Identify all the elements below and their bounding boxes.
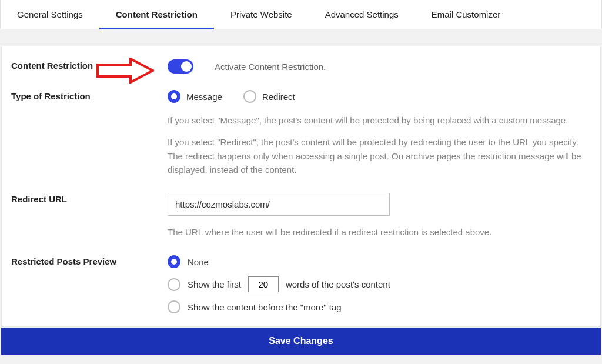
label-content-restriction: Content Restriction [11, 59, 168, 71]
radio-preview-none[interactable]: None [168, 255, 591, 268]
radio-icon [168, 300, 180, 313]
tab-private-website[interactable]: Private Website [214, 0, 309, 29]
row-restricted-posts-preview: Restricted Posts Preview None Show the f… [11, 255, 591, 313]
tab-email-customizer[interactable]: Email Customizer [415, 0, 517, 29]
toggle-desc: Activate Content Restriction. [215, 62, 326, 72]
toggle-activate-content-restriction[interactable] [168, 59, 193, 74]
type-help-1: If you select "Message", the post's cont… [168, 113, 591, 127]
save-changes-button[interactable]: Save Changes [1, 328, 601, 355]
radio-redirect[interactable]: Redirect [243, 90, 295, 103]
label-redirect-url: Redirect URL [11, 193, 168, 204]
preview-first-pre: Show the first [188, 279, 241, 289]
tab-advanced-settings[interactable]: Advanced Settings [309, 0, 415, 29]
radio-icon [243, 90, 256, 103]
preview-first-post: words of the post's content [286, 279, 390, 289]
radio-none-label: None [188, 257, 209, 267]
input-preview-word-count[interactable] [248, 276, 279, 292]
redirect-help: The URL where the user will be redirecte… [168, 225, 591, 239]
radio-icon [168, 278, 180, 291]
tabs-bar: General Settings Content Restriction Pri… [0, 0, 602, 29]
radio-preview-first-words[interactable]: Show the first words of the post's conte… [168, 276, 591, 292]
radio-icon [168, 255, 180, 268]
type-help-2: If you select "Redirect", the post's con… [168, 135, 591, 176]
radio-message[interactable]: Message [168, 90, 222, 103]
radio-redirect-label: Redirect [262, 92, 295, 102]
label-type-of-restriction: Type of Restriction [11, 90, 168, 101]
input-redirect-url[interactable] [168, 193, 390, 216]
row-type-of-restriction: Type of Restriction Message Redirect If … [11, 90, 591, 176]
settings-panel: Content Restriction Activate Content Res… [1, 46, 601, 327]
row-redirect-url: Redirect URL The URL where the user will… [11, 193, 591, 239]
row-content-restriction: Content Restriction Activate Content Res… [11, 59, 591, 74]
preview-more-label: Show the content before the "more" tag [188, 302, 342, 312]
radio-message-label: Message [186, 92, 222, 102]
label-restricted-posts-preview: Restricted Posts Preview [11, 255, 168, 266]
tab-general-settings[interactable]: General Settings [1, 0, 99, 29]
tab-content-restriction[interactable]: Content Restriction [99, 0, 214, 29]
radio-icon [168, 90, 180, 103]
radio-preview-more-tag[interactable]: Show the content before the "more" tag [168, 300, 591, 313]
